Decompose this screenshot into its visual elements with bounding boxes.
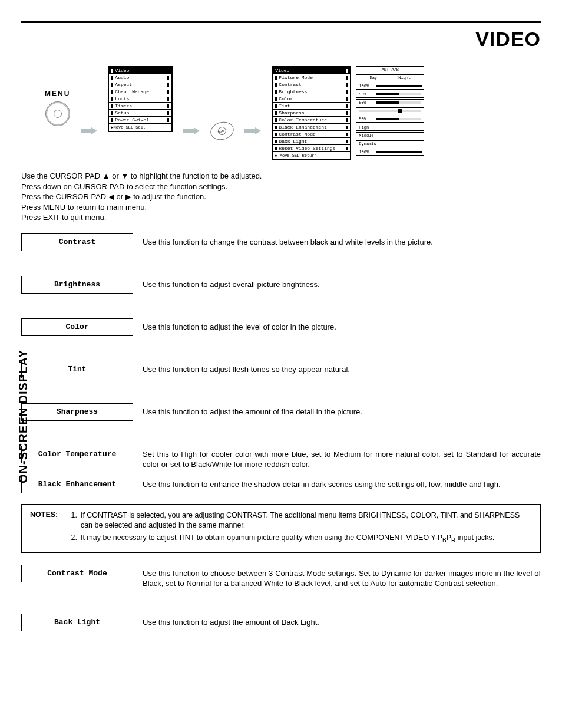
instruction-line: Press down on CURSOR PAD to select the f…	[21, 182, 541, 192]
definition-text: Use this function to adjust the amount o…	[143, 614, 319, 628]
osd-right-panel: VideoPicture ModeContrastBrightnessColor…	[272, 66, 351, 160]
value-box: Dynamic	[356, 140, 424, 147]
select-button-icon: SELECT	[210, 122, 234, 140]
value-box: 100%	[356, 83, 424, 90]
arrow-icon	[81, 129, 97, 133]
value-box: DayNight	[356, 74, 424, 81]
instruction-line: Press MENU to return to main menu.	[21, 202, 541, 213]
note-item: 2.It may be necessary to adjust TINT to …	[71, 533, 531, 544]
diagram-row: MENU VideoAudioAspectChan. ManagerLocksT…	[45, 66, 541, 160]
definition-row: SharpnessUse this function to adjust the…	[21, 403, 541, 421]
instruction-line: Press the CURSOR PAD ◀ or ▶ to adjust th…	[21, 192, 541, 202]
definition-label: Back Light	[21, 614, 133, 631]
value-box: 50%	[356, 116, 424, 123]
value-box: High	[356, 124, 424, 131]
value-box: 50%	[356, 91, 424, 98]
arrow-icon	[183, 129, 200, 133]
value-column: ANT A/BDayNight100%50%50%50%HighMiddleDy…	[356, 66, 424, 156]
definition-row: ColorUse this function to adjust the lev…	[21, 318, 541, 336]
value-box: 100%	[356, 149, 424, 156]
notes-box: NOTES: 1.If CONTRAST is selected, you ar…	[21, 504, 541, 553]
definition-row: Color TemperatureSet this to High for co…	[21, 446, 541, 470]
menu-label: MENU	[45, 90, 70, 98]
definition-text: Use this function to adjust the amount o…	[143, 403, 362, 417]
notes-list: 1.If CONTRAST is selected, you are adjus…	[71, 510, 531, 546]
value-box: 50%	[356, 99, 424, 106]
value-header: ANT A/B	[356, 66, 424, 73]
definition-row: Black EnhancementUse this function to en…	[21, 476, 541, 493]
definition-text: Use this function to choose between 3 Co…	[143, 565, 541, 589]
page-title: VIDEO	[21, 28, 541, 51]
definition-row: Back LightUse this function to adjust th…	[21, 614, 541, 631]
sidebar-label: ON-SCREEN DISPLAY	[16, 350, 30, 483]
value-box: Middle	[356, 132, 424, 139]
definition-row: TintUse this function to adjust flesh to…	[21, 361, 541, 378]
osd-left-panel: VideoAudioAspectChan. ManagerLocksTimers…	[108, 66, 173, 132]
page-top-rule	[21, 21, 541, 23]
definition-text: Use this function to enhance the shadow …	[143, 476, 501, 490]
definition-row: BrightnessUse this function to adjust ov…	[21, 276, 541, 294]
definition-label: Sharpness	[21, 403, 133, 421]
definition-text: Use this function to change the contrast…	[143, 233, 433, 248]
instructions: Use the CURSOR PAD ▲ or ▼ to highlight t…	[21, 171, 541, 223]
osd-right-wrap: VideoPicture ModeContrastBrightnessColor…	[272, 66, 424, 160]
instruction-line: Use the CURSOR PAD ▲ or ▼ to highlight t…	[21, 171, 541, 182]
definition-text: Use this function to adjust the level of…	[143, 318, 336, 332]
cursor-pad-icon	[45, 101, 70, 126]
notes-label: NOTES:	[30, 510, 69, 519]
osd-footer: ▶Move SEL Sel.	[109, 123, 171, 131]
arrow-icon	[244, 129, 261, 133]
definition-row: ContrastUse this function to change the …	[21, 233, 541, 251]
definition-text: Use this function to adjust flesh tones …	[143, 361, 350, 375]
definition-text: Use this function to adjust overall pict…	[143, 276, 320, 290]
definition-label: Tint	[21, 361, 133, 378]
definition-row: Contrast ModeUse this function to choose…	[21, 565, 541, 589]
definition-label: Color Temperature	[21, 446, 133, 463]
definition-label: Color	[21, 318, 133, 336]
definition-label: Contrast Mode	[21, 565, 133, 582]
osd-footer: ◆ Move SEL Return	[273, 151, 350, 159]
definition-label: Brightness	[21, 276, 133, 294]
definition-label: Black Enhancement	[21, 476, 133, 493]
value-box	[356, 107, 424, 114]
definition-label: Contrast	[21, 233, 133, 251]
menu-button-block: MENU	[45, 90, 70, 126]
instruction-line: Press EXIT to quit menu.	[21, 212, 541, 223]
note-item: 1.If CONTRAST is selected, you are adjus…	[71, 510, 531, 531]
definition-text: Set this to High for cooler color with m…	[143, 446, 541, 470]
